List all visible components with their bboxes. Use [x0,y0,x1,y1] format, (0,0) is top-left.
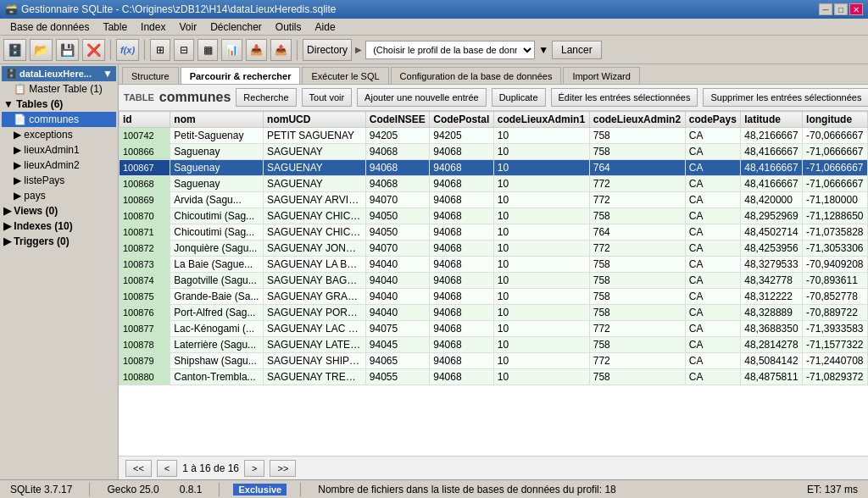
cell-codePays[interactable]: CA [685,305,740,321]
cell-codeLieuxAdmin1[interactable]: 10 [493,305,589,321]
cell-longitude[interactable]: -70,893611 [803,273,868,289]
tout-voir-button[interactable]: Tout voir [302,88,353,107]
cell-nomUCD[interactable]: SAGUENAY PORT ALFRED [264,305,366,321]
col-header-CodeINSEE[interactable]: CodeINSEE [365,112,429,128]
cell-codeLieuxAdmin1[interactable]: 10 [493,257,589,273]
menu-item-database[interactable]: Base de données [3,20,96,34]
toolbar-new-db[interactable]: 🗄️ [3,39,26,61]
prev-page-button[interactable]: < [157,460,177,477]
table-row[interactable]: 100869Arvida (Sagu...SAGUENAY ARVIDA9407… [120,192,868,208]
col-header-codePays[interactable]: codePays [685,112,740,128]
tab-structure[interactable]: Structure [122,67,179,84]
cell-CodeINSEE[interactable]: 94040 [365,273,429,289]
cell-codeLieuxAdmin2[interactable]: 772 [589,353,685,369]
cell-codePays[interactable]: CA [685,224,740,241]
tab-parcourir[interactable]: Parcourir & rechercher [181,67,301,84]
cell-latitude[interactable]: 48,4166667 [741,144,803,160]
cell-CodeINSEE[interactable]: 94050 [365,224,429,241]
cell-id[interactable]: 100880 [120,369,170,385]
cell-nomUCD[interactable]: SAGUENAY SHIPSHAW [264,353,366,369]
cell-CodePostal[interactable]: 94068 [430,224,493,241]
cell-nomUCD[interactable]: SAGUENAY LA BAIE [264,257,366,273]
cell-nom[interactable]: Shipshaw (Sagu... [170,353,264,369]
toolbar-export[interactable]: 📤 [270,39,292,61]
cell-CodePostal[interactable]: 94068 [430,305,493,321]
table-row[interactable]: 100876Port-Alfred (Sag...SAGUENAY PORT A… [120,305,868,321]
cell-codeLieuxAdmin2[interactable]: 764 [589,160,685,176]
menu-item-outils[interactable]: Outils [269,20,309,34]
cell-CodePostal[interactable]: 94068 [430,337,493,353]
tab-sql[interactable]: Exécuter le SQL [302,67,388,84]
cell-CodePostal[interactable]: 94068 [430,208,493,224]
cell-codePays[interactable]: CA [685,337,740,353]
menu-item-index[interactable]: Index [134,20,172,34]
cell-codeLieuxAdmin1[interactable]: 10 [493,176,589,192]
sidebar-table-lieuxadmin1[interactable]: ▶ lieuxAdmin1 [2,142,116,158]
cell-CodePostal[interactable]: 94205 [430,128,493,144]
table-row[interactable]: 100880Canton-Trembla...SAGUENAY TREMBLAY… [120,369,868,385]
cell-codeLieuxAdmin2[interactable]: 758 [589,305,685,321]
table-row[interactable]: 100868SaguenaySAGUENAY940689406810772CA4… [120,176,868,192]
delete-selected-button[interactable]: Supprimer les entrées sélectionnées [703,88,868,107]
profile-selector[interactable]: (Choisir le profil de la base de données… [365,41,535,59]
sidebar-master-table[interactable]: 📋 Master Table (1) [2,81,116,97]
edit-selected-button[interactable]: Éditer les entrées sélectionnées [551,88,698,107]
cell-codePays[interactable]: CA [685,241,740,257]
cell-latitude[interactable]: 48,4166667 [741,160,803,176]
cell-codeLieuxAdmin1[interactable]: 10 [493,128,589,144]
cell-codePays[interactable]: CA [685,353,740,369]
cell-nomUCD[interactable]: SAGUENAY TREMBLAY [264,369,366,385]
cell-longitude[interactable]: -71,180000 [803,192,868,208]
cell-latitude[interactable]: 48,4875811 [741,369,803,385]
cell-nom[interactable]: Bagotville (Sagu... [170,273,264,289]
cell-latitude[interactable]: 48,4166667 [741,176,803,192]
cell-CodeINSEE[interactable]: 94068 [365,176,429,192]
table-row[interactable]: 100872Jonquière (Sagu...SAGUENAY JONQUIE… [120,241,868,257]
cell-nom[interactable]: Laterrière (Sagu... [170,337,264,353]
cell-longitude[interactable]: -71,0666667 [803,176,868,192]
cell-CodePostal[interactable]: 94068 [430,369,493,385]
cell-codeLieuxAdmin2[interactable]: 772 [589,241,685,257]
cell-codePays[interactable]: CA [685,144,740,160]
menu-item-declencher[interactable]: Déclencher [203,20,269,34]
tab-config[interactable]: Configuration de la base de données [391,67,562,84]
cell-CodeINSEE[interactable]: 94070 [365,192,429,208]
cell-id[interactable]: 100879 [120,353,170,369]
cell-nomUCD[interactable]: SAGUENAY [264,160,366,176]
cell-CodeINSEE[interactable]: 94040 [365,257,429,273]
cell-latitude[interactable]: 48,3279533 [741,257,803,273]
cell-nom[interactable]: Jonquière (Sagu... [170,241,264,257]
cell-codeLieuxAdmin2[interactable]: 758 [589,337,685,353]
cell-nomUCD[interactable]: SAGUENAY ARVIDA [264,192,366,208]
cell-latitude[interactable]: 48,5084142 [741,353,803,369]
cell-codeLieuxAdmin1[interactable]: 10 [493,321,589,337]
minimize-button[interactable]: ─ [819,3,832,15]
cell-latitude[interactable]: 48,4253956 [741,241,803,257]
cell-CodeINSEE[interactable]: 94045 [365,337,429,353]
cell-id[interactable]: 100869 [120,192,170,208]
cell-CodePostal[interactable]: 94068 [430,273,493,289]
cell-codePays[interactable]: CA [685,160,740,176]
cell-CodeINSEE[interactable]: 94050 [365,208,429,224]
cell-id[interactable]: 100868 [120,176,170,192]
toolbar-directory[interactable]: Directory [303,39,352,61]
sidebar-table-pays[interactable]: ▶ pays [2,188,116,203]
cell-nom[interactable]: Saguenay [170,176,264,192]
cell-codePays[interactable]: CA [685,289,740,305]
cell-codeLieuxAdmin2[interactable]: 758 [589,273,685,289]
cell-codeLieuxAdmin1[interactable]: 10 [493,273,589,289]
cell-nom[interactable]: Chicoutimi (Sag... [170,224,264,241]
last-page-button[interactable]: >> [270,460,296,477]
next-page-button[interactable]: > [244,460,264,477]
cell-codeLieuxAdmin1[interactable]: 10 [493,224,589,241]
cell-CodeINSEE[interactable]: 94070 [365,241,429,257]
cell-longitude[interactable]: -71,0666667 [803,160,868,176]
cell-CodeINSEE[interactable]: 94068 [365,144,429,160]
table-row[interactable]: 100871Chicoutimi (Sag...SAGUENAY CHICOUT… [120,224,868,241]
cell-latitude[interactable]: 48,2952969 [741,208,803,224]
cell-id[interactable]: 100876 [120,305,170,321]
cell-codePays[interactable]: CA [685,257,740,273]
cell-latitude[interactable]: 48,4502714 [741,224,803,241]
cell-nomUCD[interactable]: SAGUENAY [264,144,366,160]
cell-nom[interactable]: Saguenay [170,144,264,160]
